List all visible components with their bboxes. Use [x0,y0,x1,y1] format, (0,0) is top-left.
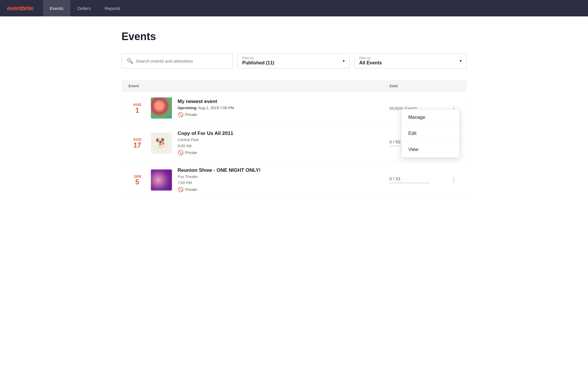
row-actions[interactable]: ⋮ [448,176,460,184]
nav-links: Events Orders Reports [43,0,127,16]
sold-col: 0 / 33 [389,176,448,184]
col-header-event: Event [129,84,389,88]
chevron-down-icon: ▾ [343,59,345,63]
event-info: Copy of For Us All 2011 Central Park 9:0… [178,131,389,155]
private-label: Private [185,150,197,155]
context-menu-manage[interactable]: Manage [401,109,459,126]
private-label: Private [185,112,197,117]
event-meta-line1: Central Park [178,138,389,142]
search-input[interactable] [136,59,228,64]
event-meta: Upcoming: Aug 1, 2019 7:00 PM [178,106,389,110]
filter-published[interactable]: Filter by Published (11) ▾ [237,53,350,68]
event-private-badge: 🚫 Private [178,112,389,117]
event-name: My newest event [178,99,389,104]
date-day: 17 [129,142,146,149]
context-menu-view[interactable]: View [401,142,459,157]
logo-text: eventbrite [7,5,34,11]
sold-value: 0 / 33 [389,176,401,181]
logo: eventbrite [7,5,34,12]
event-date: Aug 17 [129,137,146,149]
event-meta-line1: Fox Theater [178,174,389,179]
filter-value-1: Published (11) [242,60,274,66]
page-title: Events [122,30,467,43]
table-header: Event Sold [122,80,467,92]
page-content: Events 🔍 Filter by Published (11) ▾ Filt… [98,16,490,212]
navigation: eventbrite Events Orders Reports [0,0,588,16]
date-day: 1 [129,107,146,114]
table-row: Aug 1 My newest event Upcoming: Aug 1, 2… [122,92,467,125]
filter-value-2: All Events [359,60,382,66]
thumbnail-image [151,97,172,119]
thumbnail-image [151,169,172,191]
thumbnail-image: 🐕 [151,133,172,154]
event-meta-line2: 7:00 PM [178,181,389,185]
event-name: Copy of For Us All 2011 [178,131,389,136]
nav-orders[interactable]: Orders [70,0,98,16]
event-thumbnail [151,97,172,119]
search-icon: 🔍 [127,58,133,64]
events-table: Event Sold Aug 1 My newest event Upcomin… [122,80,467,198]
event-thumbnail: 🐕 [151,133,172,154]
filter-label-2: Filter by [359,56,382,60]
event-date: Jan 5 [129,174,146,186]
filters-row: 🔍 Filter by Published (11) ▾ Filter by A… [122,53,467,68]
private-label: Private [185,187,197,192]
private-icon: 🚫 [178,112,184,117]
table-row: Jan 5 Reunion Show - ONE NIGHT ONLY! Fox… [122,162,467,198]
event-thumbnail [151,169,172,191]
filter-all-events[interactable]: Filter by All Events ▾ [354,53,467,68]
context-menu: Manage Edit View [401,109,460,158]
event-name: Reunion Show - ONE NIGHT ONLY! [178,167,389,173]
private-icon: 🚫 [178,187,184,192]
date-day: 5 [129,179,146,186]
filter-label-1: Filter by [242,56,274,60]
context-menu-edit[interactable]: Edit [401,126,459,142]
event-meta-line2: 9:00 AM [178,144,389,148]
search-box[interactable]: 🔍 [122,53,233,68]
private-icon: 🚫 [178,150,184,155]
event-private-badge: 🚫 Private [178,150,389,155]
nav-reports[interactable]: Reports [98,0,127,16]
event-private-badge: 🚫 Private [178,187,389,192]
sold-value: 0 / 50 [389,139,401,144]
event-date: Aug 1 [129,102,146,114]
col-header-sold: Sold [389,84,448,88]
event-info: Reunion Show - ONE NIGHT ONLY! Fox Theat… [178,167,389,192]
nav-events[interactable]: Events [43,0,70,16]
sold-bar-background [389,182,430,184]
more-options-button[interactable]: ⋮ [449,176,459,184]
event-info: My newest event Upcoming: Aug 1, 2019 7:… [178,99,389,117]
chevron-down-icon-2: ▾ [460,59,462,63]
